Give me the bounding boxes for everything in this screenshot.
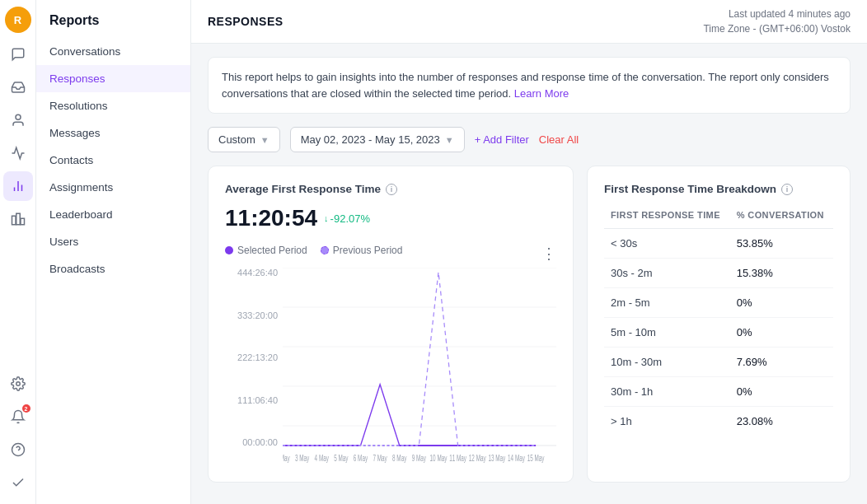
svg-text:6 May: 6 May (354, 453, 368, 463)
legend-selected: Selected Period (225, 245, 307, 256)
sidebar-item-leaderboard[interactable]: Leaderboard (36, 201, 190, 228)
learn-more-link[interactable]: Learn More (514, 87, 569, 100)
main-header: RESPONSES Last updated 4 minutes ago Tim… (191, 0, 867, 44)
table-row: 10m - 30m7.69% (604, 348, 833, 377)
sidebar-item-users[interactable]: Users (36, 228, 190, 255)
table-row: 30m - 1h0% (604, 377, 833, 407)
svg-text:7 May: 7 May (373, 453, 387, 463)
conversations-icon[interactable] (3, 40, 33, 69)
svg-text:14 May: 14 May (508, 453, 525, 463)
svg-text:3 May: 3 May (295, 453, 310, 463)
table-row: < 30s53.85% (604, 229, 833, 259)
svg-point-0 (16, 114, 21, 119)
chevron-down-icon: ▼ (445, 135, 454, 145)
breakdown-table: FIRST RESPONSE TIME % CONVERSATION < 30s… (604, 205, 833, 436)
main-body: This report helps to gain insights into … (191, 44, 867, 504)
sidebar-item-assignments[interactable]: Assignments (36, 174, 190, 201)
sidebar-item-broadcasts[interactable]: Broadcasts (36, 255, 190, 282)
breakdown-card-title: First Response Time Breakdown i (604, 183, 833, 195)
inbox-icon[interactable] (3, 72, 33, 102)
svg-text:9 May: 9 May (412, 453, 427, 463)
main-content: RESPONSES Last updated 4 minutes ago Tim… (191, 0, 867, 504)
last-updated: Last updated 4 minutes ago Time Zone - (… (703, 7, 851, 36)
icon-bar: R 2 (0, 0, 36, 504)
breakdown-info-icon[interactable]: i (781, 184, 793, 195)
svg-rect-6 (21, 218, 25, 225)
notifications-icon[interactable]: 2 (3, 402, 33, 432)
sidebar-title: Reports (36, 0, 190, 38)
check-icon[interactable] (3, 468, 33, 497)
sidebar-item-responses[interactable]: Responses (36, 65, 190, 92)
clear-all-button[interactable]: Clear All (539, 133, 579, 146)
svg-point-7 (16, 382, 20, 386)
legend-dot-dashed (321, 246, 329, 254)
col-range-header: FIRST RESPONSE TIME (604, 205, 730, 229)
sidebar-item-messages[interactable]: Messages (36, 119, 190, 147)
notification-count: 2 (22, 404, 30, 413)
date-range-filter[interactable]: May 02, 2023 - May 15, 2023 ▼ (290, 127, 465, 152)
svg-text:11 May: 11 May (449, 453, 466, 463)
campaigns-icon[interactable] (3, 138, 33, 168)
svg-rect-4 (12, 216, 16, 225)
svg-rect-5 (16, 213, 20, 225)
sidebar: Reports ConversationsResponsesResolution… (36, 0, 191, 504)
chart-legend: Selected Period Previous Period (225, 245, 402, 256)
add-filter-button[interactable]: + Add Filter (475, 133, 529, 146)
svg-text:5 May: 5 May (334, 453, 349, 463)
chart-more-button[interactable]: ⋮ (541, 245, 556, 263)
metric-value: 11:20:54 ↓ -92.07% (225, 205, 556, 231)
sidebar-item-conversations[interactable]: Conversations (36, 38, 190, 65)
svg-text:13 May: 13 May (488, 453, 505, 463)
svg-text:15 May: 15 May (527, 453, 545, 463)
info-icon[interactable]: i (386, 184, 397, 195)
down-arrow-icon: ↓ (324, 213, 329, 223)
svg-text:2 May: 2 May (283, 453, 290, 463)
metric-change: ↓ -92.07% (324, 212, 370, 225)
org-icon[interactable] (3, 204, 33, 234)
y-axis-labels: 444:26:40 333:20:00 222:13:20 111:06:40 … (225, 268, 278, 465)
chart-area: 2 May 3 May 4 May 5 May 6 May 7 May 8 Ma… (283, 268, 556, 465)
svg-text:12 May: 12 May (469, 453, 486, 463)
avg-first-response-card: Average First Response Time i 11:20:54 ↓… (208, 166, 574, 483)
reports-icon[interactable] (3, 171, 33, 201)
avatar[interactable]: R (5, 7, 31, 33)
legend-dot-solid (225, 246, 233, 254)
description-box: This report helps to gain insights into … (208, 57, 851, 114)
table-row: 5m - 10m0% (604, 318, 833, 348)
legend-previous: Previous Period (321, 245, 403, 256)
breakdown-card: First Response Time Breakdown i FIRST RE… (587, 166, 851, 483)
table-row: 30s - 2m15.38% (604, 259, 833, 288)
card-title: Average First Response Time i (225, 183, 556, 195)
sidebar-item-resolutions[interactable]: Resolutions (36, 92, 190, 119)
svg-text:8 May: 8 May (392, 453, 407, 463)
settings-icon[interactable] (3, 369, 33, 399)
svg-text:10 May: 10 May (430, 453, 448, 463)
table-row: 2m - 5m0% (604, 288, 833, 318)
page-title: RESPONSES (208, 15, 284, 28)
help-icon[interactable] (3, 435, 33, 464)
table-row: > 1h23.08% (604, 407, 833, 436)
chart-svg: 2 May 3 May 4 May 5 May 6 May 7 May 8 Ma… (283, 268, 556, 465)
period-filter[interactable]: Custom ▼ (208, 127, 280, 152)
svg-text:4 May: 4 May (315, 453, 330, 463)
sidebar-item-contacts[interactable]: Contacts (36, 147, 190, 174)
cards-row: Average First Response Time i 11:20:54 ↓… (208, 166, 851, 483)
col-pct-header: % CONVERSATION (730, 205, 833, 229)
chevron-down-icon: ▼ (260, 135, 269, 145)
filter-bar: Custom ▼ May 02, 2023 - May 15, 2023 ▼ +… (208, 127, 851, 152)
contacts-icon[interactable] (3, 105, 33, 135)
